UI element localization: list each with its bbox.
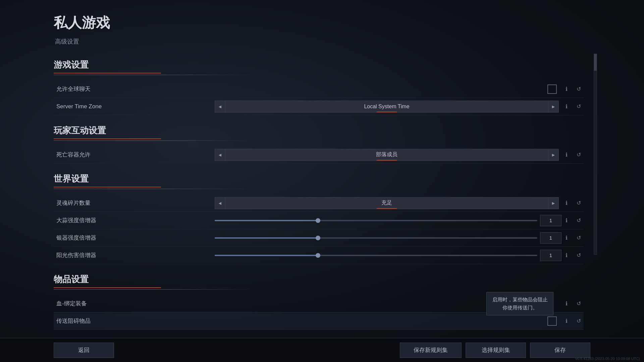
reset-icon-global-chat[interactable]: ↺	[574, 84, 584, 94]
label-soul-shards: 灵魂碎片数量	[54, 199, 215, 207]
section-game-settings: 游戏设置 允许全球聊天 ℹ ↺ Server Time Zone	[54, 54, 584, 115]
row-blood-bind: 血-绑定装备 启用时，某些物品会阻止你使用传送门。 ℹ ↺	[54, 295, 584, 312]
reset-icon-silver[interactable]: ↺	[574, 233, 584, 243]
section-heading-world: 世界设置	[54, 173, 161, 187]
slider-garlic	[215, 220, 537, 221]
info-icon-server-time-zone[interactable]: ℹ	[561, 102, 572, 112]
info-icon-teleport-block[interactable]: ℹ	[561, 316, 572, 326]
section-heading-game: 游戏设置	[54, 59, 161, 73]
reset-icon-blood-bind[interactable]: ↺	[574, 299, 584, 309]
row-death-container: 死亡容器允许 ◄ 部落成员 ► ℹ ↺	[54, 146, 584, 164]
info-icon-garlic[interactable]: ℹ	[561, 216, 572, 226]
bottom-toolbar: 返回 保存新规则集 选择规则集 保存	[0, 338, 644, 362]
label-server-time-zone: Server Time Zone	[54, 103, 215, 110]
slider-input-garlic[interactable]	[540, 215, 561, 226]
selector-left-soul-shards[interactable]: ◄	[215, 197, 225, 209]
row-item-stack: 物品栏堆叠倍增器 ℹ ↺	[54, 330, 584, 331]
selector-server-time-zone: ◄ Local System Time ►	[215, 101, 559, 113]
section-player-interaction: 玩家互动设置 死亡容器允许 ◄ 部落成员 ► ℹ ↺	[54, 119, 584, 164]
slider-silver	[215, 237, 537, 239]
section-heading-player: 玩家互动设置	[54, 125, 161, 139]
selector-left-death-container[interactable]: ◄	[215, 149, 225, 161]
slider-input-silver[interactable]	[540, 232, 561, 244]
slider-track-silver[interactable]	[215, 237, 537, 239]
checkbox-allow-global-chat[interactable]	[547, 84, 557, 94]
slider-track-sunlight[interactable]	[215, 255, 537, 256]
selector-death-container: ◄ 部落成员 ►	[215, 149, 559, 161]
page-title: 私人游戏	[54, 13, 590, 32]
selector-right-death-container[interactable]: ►	[548, 149, 559, 161]
selector-soul-shards: ◄ 充足 ►	[215, 197, 559, 209]
selector-right-soul-shards[interactable]: ►	[548, 197, 559, 209]
save-new-ruleset-button[interactable]: 保存新规则集	[400, 343, 462, 358]
info-icon-blood-bind[interactable]: ℹ	[561, 299, 572, 309]
section-heading-items: 物品设置	[54, 274, 161, 288]
row-sunlight-multiplier: 阳光伤害倍增器 ℹ ↺	[54, 247, 584, 264]
reset-icon-soul-shards[interactable]: ↺	[574, 198, 584, 208]
row-allow-global-chat: 允许全球聊天 ℹ ↺	[54, 80, 584, 98]
right-button-group: 保存新规则集 选择规则集 保存	[400, 343, 590, 358]
info-icon-silver[interactable]: ℹ	[561, 233, 572, 243]
section-world-settings: 世界设置 灵魂碎片数量 ◄ 充足 ► ℹ ↺	[54, 168, 584, 264]
label-allow-global-chat: 允许全球聊天	[54, 85, 215, 93]
selector-left-server-time-zone[interactable]: ◄	[215, 101, 225, 113]
reset-icon-sunlight[interactable]: ↺	[574, 250, 584, 260]
slider-sunlight	[215, 255, 537, 256]
label-sunlight-multiplier: 阳光伤害倍增器	[54, 251, 215, 259]
checkbox-teleport-block[interactable]	[547, 316, 557, 326]
version-text: v0.5.41283 (2023-05-20 10:09:08 UTC)	[575, 357, 640, 361]
tooltip-blood-bind: 启用时，某些物品会阻止你使用传送门。	[486, 292, 553, 315]
info-icon-death-container[interactable]: ℹ	[561, 150, 572, 160]
choose-ruleset-button[interactable]: 选择规则集	[466, 343, 526, 358]
reset-icon-server-time-zone[interactable]: ↺	[574, 102, 584, 112]
settings-panel: 游戏设置 允许全球聊天 ℹ ↺ Server Time Zone	[54, 54, 590, 331]
info-icon-global-chat[interactable]: ℹ	[561, 84, 572, 94]
info-icon-sunlight[interactable]: ℹ	[561, 250, 572, 260]
label-death-container: 死亡容器允许	[54, 151, 215, 159]
reset-icon-garlic[interactable]: ↺	[574, 216, 584, 226]
row-soul-shards: 灵魂碎片数量 ◄ 充足 ► ℹ ↺	[54, 194, 584, 212]
label-garlic-multiplier: 大蒜强度倍增器	[54, 217, 215, 224]
row-garlic-multiplier: 大蒜强度倍增器 ℹ ↺	[54, 212, 584, 229]
slider-input-sunlight[interactable]	[540, 250, 561, 261]
save-button[interactable]: 保存	[530, 343, 590, 358]
selector-value-server-time-zone: Local System Time	[225, 101, 548, 113]
label-silver-multiplier: 银器强度倍增器	[54, 234, 215, 242]
label-teleport-block: 传送阻碍物品	[54, 317, 215, 325]
slider-track-garlic[interactable]	[215, 220, 537, 221]
selector-value-soul-shards: 充足	[225, 197, 548, 209]
row-silver-multiplier: 银器强度倍增器 ℹ ↺	[54, 229, 584, 247]
info-icon-soul-shards[interactable]: ℹ	[561, 198, 572, 208]
reset-icon-death-container[interactable]: ↺	[574, 150, 584, 160]
label-blood-bind: 血-绑定装备	[54, 300, 215, 307]
section-nav: 高级设置	[54, 38, 590, 46]
selector-value-death-container: 部落成员	[225, 149, 548, 161]
back-button[interactable]: 返回	[54, 343, 114, 358]
section-item-settings: 物品设置 血-绑定装备 启用时，某些物品会阻止你使用传送门。 ℹ ↺	[54, 268, 584, 331]
reset-icon-teleport-block[interactable]: ↺	[574, 316, 584, 326]
row-server-time-zone: Server Time Zone ◄ Local System Time ► ℹ…	[54, 98, 584, 115]
selector-right-server-time-zone[interactable]: ►	[548, 101, 559, 113]
